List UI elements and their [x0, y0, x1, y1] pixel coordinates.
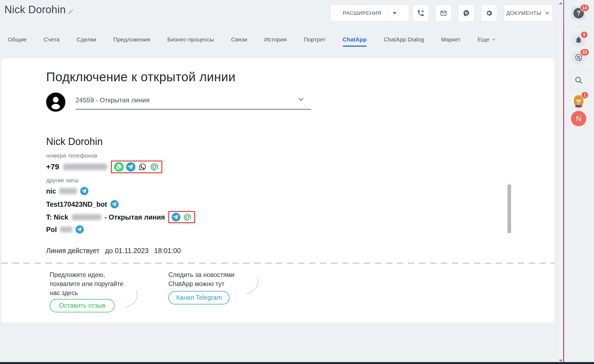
open-line-select[interactable]: 24559 - Открытая линия [76, 96, 150, 104]
chevron-down-icon[interactable] [297, 96, 305, 103]
chat-arrows-icon [462, 9, 470, 17]
chat-name-suffix: - Открытая линия [105, 213, 165, 221]
chatapp-panel: Подключение к открытой линии 24559 - Отк… [1, 58, 554, 323]
chat-name-prefix: T: Nick [46, 213, 68, 221]
tab-obshchie[interactable]: Общие [8, 36, 27, 47]
chat-row: T: Nick - Открытая линия [46, 211, 195, 223]
tab-market[interactable]: Маркет [441, 36, 461, 47]
help-badge: 14 [580, 4, 589, 12]
tab-chatapp-dialog[interactable]: ChatApp Dialog [384, 36, 424, 47]
scroll-up-arrow-icon[interactable] [559, 2, 563, 4]
profile-initial: N [576, 114, 581, 123]
tab-scheta[interactable]: Счета [44, 36, 60, 47]
extensions-button[interactable]: РАСШИРЕНИЯ [330, 5, 409, 21]
line-status-time: 18:01:00 [154, 247, 181, 255]
sidebar-divider [569, 27, 590, 27]
chat-row: nic [46, 187, 88, 195]
bell-icon [575, 36, 582, 44]
tab-bar: Общие Счета Сделки Предложения Бизнес-пр… [8, 36, 496, 47]
documents-label: ДОКУМЕНТЫ [506, 10, 541, 16]
chevron-down-icon [545, 10, 550, 16]
phones-label: номера телефонов [46, 152, 97, 159]
line-status-label: Линия действует [46, 247, 100, 255]
page-title: Nick Dorohin [4, 4, 66, 16]
other-chats-label: другие чаты [46, 177, 79, 184]
line-status: Линия действует до 01.11.2023 18:01:00 [46, 247, 181, 255]
search-icon [574, 76, 583, 85]
tab-chatapp[interactable]: ChatApp [343, 36, 367, 47]
chevron-down-icon[interactable] [393, 12, 397, 14]
tab-svyazi[interactable]: Связи [231, 36, 247, 47]
split-divider [387, 8, 388, 18]
telegram-icon[interactable] [172, 213, 180, 222]
messenger-button[interactable] [458, 5, 474, 21]
phone-icon [417, 9, 425, 17]
chat-name: Test170423ND_bot [46, 200, 107, 208]
masked-phone-digits [63, 164, 107, 170]
chatapp-icon[interactable] [150, 162, 159, 172]
panel-title: Подключение к открытой линии [46, 69, 236, 84]
telegram-icon[interactable] [126, 162, 135, 172]
phone-number[interactable]: +79 [46, 163, 59, 171]
crm-contact-screen: Nick Dorohin РАСШИРЕНИЯ ДОКУМЕНТЫ Общие … [0, 0, 594, 364]
chat-messengers-highlight [168, 211, 195, 223]
edit-title-icon[interactable] [68, 8, 74, 15]
chat-name: Pol [46, 226, 57, 234]
masked-chat-name [60, 226, 72, 233]
chevron-down-icon [492, 37, 496, 42]
tab-istoriya[interactable]: История [264, 36, 286, 47]
right-sidebar: ? 14 9 33 1 N [564, 0, 594, 364]
scroll-down-arrow-icon[interactable] [559, 360, 563, 362]
chatapp-icon[interactable] [183, 213, 192, 222]
line-avatar-icon [46, 93, 65, 112]
profile-circle[interactable]: N [571, 111, 586, 126]
sidebar-divider [569, 88, 590, 89]
line-status-until: до 01.11.2023 [105, 247, 149, 255]
telegram-icon[interactable] [76, 225, 84, 234]
avatar-badge: 1 [581, 91, 589, 99]
panel-scrollbar-thumb[interactable] [507, 184, 511, 233]
masked-chat-name [72, 214, 101, 220]
tab-predlozheniya[interactable]: Предложения [113, 36, 150, 47]
mail-icon [440, 9, 447, 17]
messenger-badge: 33 [580, 49, 589, 56]
email-button[interactable] [436, 5, 451, 21]
tab-sdelki[interactable]: Сделки [77, 36, 96, 47]
call-button[interactable] [413, 5, 429, 21]
whatsapp-outline-icon[interactable] [138, 162, 147, 172]
telegram-icon[interactable] [110, 200, 119, 208]
tab-portret[interactable]: Портрет [304, 36, 326, 47]
feedback-text: Предложите идею, похвалите или поругайте… [50, 270, 123, 298]
dashed-divider [1, 263, 554, 264]
phone-row: +79 [46, 160, 162, 174]
phone-messengers-highlight [111, 161, 162, 173]
notifications-badge: 9 [581, 31, 588, 38]
extensions-label: РАСШИРЕНИЯ [343, 10, 381, 16]
tab-more[interactable]: Еще [478, 36, 496, 47]
telegram-channel-button[interactable]: Канал Telegram [168, 291, 230, 304]
contact-name: Nick Dorohin [46, 136, 103, 147]
chat-name: nic [46, 187, 56, 195]
settings-button[interactable] [481, 5, 497, 21]
whatsapp-icon[interactable] [114, 162, 124, 172]
search-button[interactable] [573, 74, 585, 86]
gear-icon [485, 9, 493, 17]
masked-chat-name [59, 188, 77, 194]
bottom-edge-strip [0, 362, 594, 364]
page-scrollbar[interactable] [558, 0, 563, 364]
chat-row: Pol [46, 225, 84, 234]
curl-decoration [124, 290, 139, 312]
documents-button[interactable]: ДОКУМЕНТЫ [504, 5, 553, 21]
sidebar-divider [569, 70, 590, 71]
select-underline [76, 109, 311, 110]
news-text: Следить за новостями ChatApp можно тут [168, 270, 235, 289]
telegram-icon[interactable] [80, 187, 88, 195]
tab-biznes-processy[interactable]: Бизнес-процессы [167, 36, 214, 47]
leave-feedback-button[interactable]: Оставить отзыв [50, 299, 115, 312]
curl-decoration [245, 276, 260, 298]
chat-row: Test170423ND_bot [46, 200, 119, 208]
